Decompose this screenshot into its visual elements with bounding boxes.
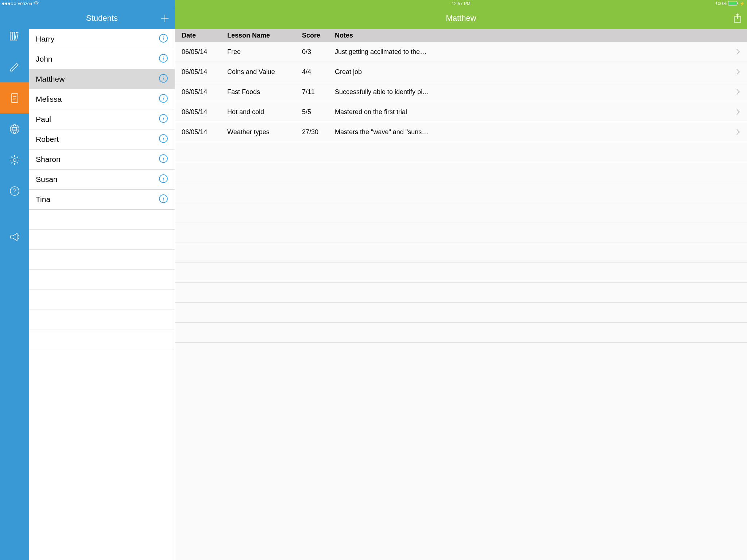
student-row[interactable]: Pauli (29, 109, 175, 129)
student-row[interactable]: Matthewi (29, 69, 175, 89)
detail-title: Matthew (446, 13, 467, 23)
nav-library[interactable] (0, 20, 29, 51)
lesson-row[interactable]: 06/05/14Coins and Value4/4Great job (175, 62, 467, 82)
lesson-score: 4/4 (302, 68, 335, 76)
info-icon: i (159, 134, 168, 143)
info-icon: i (159, 34, 168, 43)
svg-text:i: i (163, 136, 164, 141)
svg-text:i: i (163, 156, 164, 162)
svg-text:i: i (163, 35, 164, 41)
lesson-row[interactable]: 06/05/14Fast Foods7/11Successfully able … (175, 82, 467, 102)
empty-row (175, 262, 467, 283)
nav-announce[interactable] (0, 221, 29, 252)
student-row[interactable]: Sharoni (29, 149, 175, 170)
lesson-date: 06/05/14 (182, 108, 227, 116)
svg-rect-4 (13, 32, 15, 40)
info-icon: i (159, 114, 168, 123)
info-icon: i (159, 74, 168, 83)
lesson-date: 06/05/14 (182, 128, 227, 136)
student-row[interactable]: Tinai (29, 190, 175, 210)
nav-help[interactable] (0, 175, 29, 206)
empty-row (175, 323, 467, 343)
empty-row (175, 283, 467, 303)
nav-globe[interactable] (0, 113, 29, 144)
svg-text:i: i (163, 196, 164, 202)
lesson-notes: Just getting acclimated to the… (335, 48, 467, 56)
col-score-header: Score (302, 32, 335, 39)
lesson-score: 5/5 (302, 108, 335, 116)
info-icon: i (159, 194, 168, 203)
info-icon: i (159, 154, 168, 163)
empty-row (29, 290, 175, 310)
lesson-name: Hot and cold (227, 108, 302, 116)
lesson-row[interactable]: 06/05/14Weather types27/30Masters the "w… (175, 122, 467, 142)
status-bar: Verizon 12:57 PM 100% ⚡ (0, 0, 467, 7)
info-button[interactable]: i (159, 34, 168, 45)
info-button[interactable]: i (159, 174, 168, 185)
empty-row (29, 310, 175, 330)
empty-row (175, 242, 467, 262)
lesson-date: 06/05/14 (182, 68, 227, 76)
empty-row (175, 222, 467, 242)
empty-row (29, 330, 175, 350)
student-row[interactable]: Johni (29, 49, 175, 69)
student-name: Paul (36, 115, 159, 124)
info-button[interactable]: i (159, 154, 168, 165)
empty-row (29, 270, 175, 290)
wifi-icon (34, 1, 39, 6)
nav-iconbar (0, 7, 29, 350)
student-row[interactable]: Harryi (29, 29, 175, 49)
empty-row (29, 230, 175, 250)
info-button[interactable]: i (159, 114, 168, 125)
signal-dots-icon (2, 3, 16, 5)
svg-point-14 (10, 187, 19, 195)
lesson-row[interactable]: 06/05/14Hot and cold5/5Mastered on the f… (175, 102, 467, 122)
info-icon: i (159, 174, 168, 183)
students-title: Students (86, 13, 118, 23)
empty-row (29, 210, 175, 230)
add-student-button[interactable] (160, 7, 170, 29)
carrier-label: Verizon (18, 1, 32, 6)
lesson-name: Coins and Value (227, 68, 302, 76)
lesson-list: 06/05/14Free0/3Just getting acclimated t… (175, 42, 467, 350)
nav-reports[interactable] (0, 82, 29, 113)
nav-edit[interactable] (0, 51, 29, 82)
lesson-columns-header: Date Lesson Name Score Notes (175, 29, 467, 42)
lesson-score: 7/11 (302, 88, 335, 96)
lesson-name: Free (227, 48, 302, 56)
clock-label: 12:57 PM (452, 1, 467, 6)
student-row[interactable]: Susani (29, 170, 175, 190)
svg-text:i: i (163, 116, 164, 121)
student-row[interactable]: Roberti (29, 129, 175, 149)
detail-header: Matthew (175, 7, 467, 29)
info-button[interactable]: i (159, 134, 168, 145)
student-row[interactable]: Melissai (29, 89, 175, 109)
col-date-header: Date (182, 32, 227, 39)
svg-rect-3 (10, 32, 12, 40)
plus-icon (160, 13, 170, 23)
info-button[interactable]: i (159, 74, 168, 85)
info-icon: i (159, 94, 168, 103)
student-name: John (36, 55, 159, 63)
lesson-name: Fast Foods (227, 88, 302, 96)
lesson-row[interactable]: 06/05/14Free0/3Just getting acclimated t… (175, 42, 467, 62)
svg-point-13 (13, 159, 16, 162)
student-name: Susan (36, 175, 159, 184)
empty-row (175, 182, 467, 202)
svg-text:i: i (163, 55, 164, 61)
nav-settings[interactable] (0, 144, 29, 175)
info-button[interactable]: i (159, 94, 168, 105)
students-list: HarryiJohniMatthewiMelissaiPauliRobertiS… (29, 29, 175, 350)
empty-row (175, 142, 467, 162)
empty-row (29, 250, 175, 270)
student-name: Harry (36, 35, 159, 43)
student-name: Sharon (36, 155, 159, 164)
student-name: Matthew (36, 75, 159, 83)
info-button[interactable]: i (159, 54, 168, 65)
student-name: Robert (36, 135, 159, 144)
svg-text:i: i (163, 75, 164, 81)
lesson-notes: Masters the "wave" and "suns… (335, 128, 467, 136)
empty-row (175, 162, 467, 182)
info-button[interactable]: i (159, 194, 168, 205)
status-bar-right: 12:57 PM 100% ⚡ (175, 0, 467, 7)
